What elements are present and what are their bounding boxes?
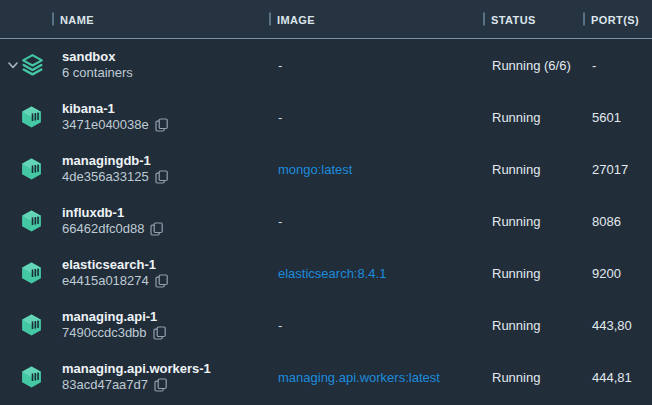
table-row[interactable]: kibana-1 3471e040038e - Running 5601 xyxy=(0,91,652,143)
container-ports: 27017 xyxy=(592,162,628,177)
image-cell: elasticsearch:8.4.1 xyxy=(278,266,386,281)
image-cell: managing.api.workers:latest xyxy=(278,370,440,385)
group-subtitle: 6 containers xyxy=(62,65,133,81)
column-header-status[interactable]: STATUS xyxy=(483,13,536,26)
container-icon xyxy=(20,210,43,233)
column-header-name[interactable]: NAME xyxy=(52,13,94,26)
container-status: Running xyxy=(492,214,540,229)
container-icon xyxy=(20,158,43,181)
container-status: Running xyxy=(492,318,540,333)
table-row[interactable]: influxdb-1 66462dfc0d88 - Running 8086 xyxy=(0,195,652,247)
table-row[interactable]: managing.api.workers-1 83acd47aa7d7 mana… xyxy=(0,351,652,403)
container-id: 3471e040038e xyxy=(62,117,149,133)
container-name: sandbox xyxy=(62,49,133,65)
name-block: influxdb-1 66462dfc0d88 xyxy=(62,205,163,237)
container-icon xyxy=(20,262,43,285)
image-cell: - xyxy=(278,58,282,73)
image-value: - xyxy=(278,58,282,73)
column-separator xyxy=(269,13,271,26)
image-cell: - xyxy=(278,110,282,125)
container-icon xyxy=(20,366,43,389)
column-header-ports-label: PORT(S) xyxy=(591,13,639,25)
column-header-status-label: STATUS xyxy=(491,13,536,25)
container-name: elasticsearch-1 xyxy=(62,257,168,273)
image-cell: mongo:latest xyxy=(278,162,352,177)
image-link[interactable]: managing.api.workers:latest xyxy=(278,370,440,385)
column-separator xyxy=(52,13,54,26)
container-icon xyxy=(20,314,43,337)
table-row[interactable]: elasticsearch-1 e4415a018274 elasticsear… xyxy=(0,247,652,299)
name-block: managing.api.workers-1 83acd47aa7d7 xyxy=(62,361,211,393)
column-separator xyxy=(583,13,585,26)
column-header-image-label: IMAGE xyxy=(277,13,315,25)
container-id: 7490ccdc3dbb xyxy=(62,325,147,341)
stack-icon xyxy=(20,53,45,78)
container-id: 4de356a33125 xyxy=(62,169,149,185)
copy-icon[interactable] xyxy=(154,378,167,392)
containers-table: NAME IMAGE STATUS PORT(S) xyxy=(0,0,652,405)
table-row[interactable]: managingdb-1 4de356a33125 mongo:latest R… xyxy=(0,143,652,195)
container-ports: 443,80 xyxy=(592,318,632,333)
container-name: managing.api-1 xyxy=(62,309,166,325)
name-block: managingdb-1 4de356a33125 xyxy=(62,153,168,185)
table-body: sandbox 6 containers - Running (6/6) - xyxy=(0,39,652,403)
name-block: elasticsearch-1 e4415a018274 xyxy=(62,257,168,289)
image-cell: - xyxy=(278,318,282,333)
table-row-group[interactable]: sandbox 6 containers - Running (6/6) - xyxy=(0,39,652,91)
container-name: managing.api.workers-1 xyxy=(62,361,211,377)
container-ports: 8086 xyxy=(592,214,621,229)
image-value: - xyxy=(278,214,282,229)
container-icon xyxy=(20,106,43,129)
container-ports: - xyxy=(592,58,596,73)
container-id: 83acd47aa7d7 xyxy=(62,377,148,393)
name-block: sandbox 6 containers xyxy=(62,49,133,81)
image-cell: - xyxy=(278,214,282,229)
container-ports: 444,81 xyxy=(592,370,632,385)
copy-icon[interactable] xyxy=(153,326,166,340)
table-row[interactable]: managing.api-1 7490ccdc3dbb - Running 44… xyxy=(0,299,652,351)
name-block: managing.api-1 7490ccdc3dbb xyxy=(62,309,166,341)
container-status: Running xyxy=(492,370,540,385)
copy-icon[interactable] xyxy=(155,274,168,288)
image-link[interactable]: elasticsearch:8.4.1 xyxy=(278,266,386,281)
copy-icon[interactable] xyxy=(155,118,168,132)
image-value: - xyxy=(278,110,282,125)
container-name: influxdb-1 xyxy=(62,205,163,221)
column-header-ports[interactable]: PORT(S) xyxy=(583,13,639,26)
container-ports: 9200 xyxy=(592,266,621,281)
container-status: Running (6/6) xyxy=(492,58,571,73)
name-block: kibana-1 3471e040038e xyxy=(62,101,168,133)
column-separator xyxy=(483,13,485,26)
chevron-down-icon[interactable] xyxy=(7,60,19,70)
image-value: - xyxy=(278,318,282,333)
container-id: 66462dfc0d88 xyxy=(62,221,144,237)
container-id: e4415a018274 xyxy=(62,273,149,289)
copy-icon[interactable] xyxy=(150,222,163,236)
container-status: Running xyxy=(492,266,540,281)
container-ports: 5601 xyxy=(592,110,621,125)
container-status: Running xyxy=(492,110,540,125)
container-name: managingdb-1 xyxy=(62,153,168,169)
column-header-name-label: NAME xyxy=(60,13,94,25)
container-name: kibana-1 xyxy=(62,101,168,117)
image-link[interactable]: mongo:latest xyxy=(278,162,352,177)
table-header: NAME IMAGE STATUS PORT(S) xyxy=(0,0,652,39)
copy-icon[interactable] xyxy=(155,170,168,184)
container-status: Running xyxy=(492,162,540,177)
column-header-image[interactable]: IMAGE xyxy=(269,13,315,26)
